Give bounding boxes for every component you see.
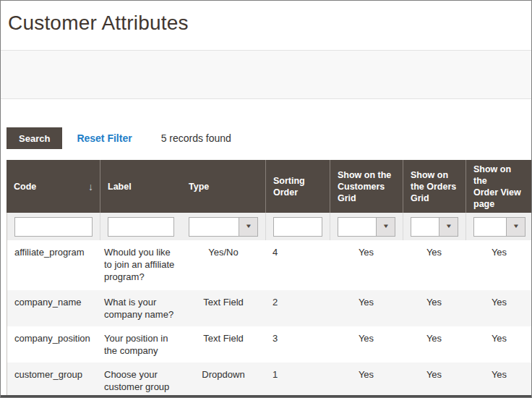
filter-select-show-orders-grid[interactable]: ▼ bbox=[411, 217, 458, 237]
grid-toolbar: Search Reset Filter 5 records found bbox=[7, 127, 524, 149]
filter-input-sorting-order[interactable] bbox=[273, 217, 322, 237]
table-row[interactable]: company_positionYour position in the com… bbox=[7, 326, 532, 363]
grid-filter-row: ▼▼▼▼ bbox=[7, 213, 532, 240]
grid-table: Code↓LabelTypeSorting OrderShow on the C… bbox=[7, 160, 532, 398]
filter-cell-code bbox=[7, 213, 100, 240]
attributes-grid: Code↓LabelTypeSorting OrderShow on the C… bbox=[7, 160, 531, 398]
dropdown-arrow-button[interactable]: ▼ bbox=[439, 218, 458, 236]
filter-select-value bbox=[474, 218, 506, 236]
cell-show-order-view: Yes bbox=[466, 363, 532, 398]
filter-cell-show-customers-grid: ▼ bbox=[330, 213, 403, 240]
column-header-label: Type bbox=[189, 181, 209, 192]
cell-show-order-view: Yes bbox=[466, 290, 532, 326]
column-header-label: Show on the Order View page bbox=[473, 164, 527, 210]
cell-sorting-order: 2 bbox=[265, 290, 330, 326]
cell-code: customer_group bbox=[7, 363, 100, 398]
dropdown-arrow-button[interactable]: ▼ bbox=[239, 218, 257, 236]
cell-show-customers-grid: Yes bbox=[330, 326, 403, 363]
customer-attributes-page: Customer Attributes Search Reset Filter … bbox=[0, 0, 532, 398]
cell-sorting-order: 1 bbox=[265, 363, 330, 398]
cell-type: Dropdown bbox=[181, 363, 265, 398]
filter-cell-sorting-order bbox=[265, 213, 330, 240]
cell-label: Your position in the company bbox=[100, 326, 181, 363]
cell-code: company_name bbox=[7, 290, 100, 326]
filter-input-label[interactable] bbox=[108, 217, 174, 237]
grid-header-row: Code↓LabelTypeSorting OrderShow on the C… bbox=[7, 160, 532, 213]
filter-select-value bbox=[338, 218, 376, 236]
page-title: Customer Attributes bbox=[8, 10, 524, 36]
header-panel bbox=[1, 50, 531, 99]
search-button[interactable]: Search bbox=[7, 127, 62, 149]
cell-show-orders-grid: Yes bbox=[403, 363, 466, 398]
cell-show-orders-grid: Yes bbox=[403, 326, 466, 363]
column-header-label: Show on the Orders Grid bbox=[411, 169, 456, 204]
cell-show-customers-grid: Yes bbox=[330, 240, 403, 290]
reset-filter-link[interactable]: Reset Filter bbox=[77, 132, 132, 144]
column-header-label: Label bbox=[108, 181, 132, 192]
dropdown-arrow-icon: ▼ bbox=[382, 224, 389, 229]
column-header-label[interactable]: Label bbox=[100, 160, 181, 213]
cell-show-orders-grid: Yes bbox=[403, 240, 466, 290]
cell-sorting-order: 4 bbox=[265, 240, 330, 290]
cell-label: Choose your customer group bbox=[100, 363, 181, 398]
dropdown-arrow-button[interactable]: ▼ bbox=[376, 218, 395, 236]
column-header-show-customers-grid[interactable]: Show on the Customers Grid bbox=[330, 160, 403, 213]
filter-select-value bbox=[189, 218, 239, 236]
dropdown-arrow-icon: ▼ bbox=[512, 224, 519, 229]
filter-select-show-order-view[interactable]: ▼ bbox=[473, 217, 525, 237]
cell-show-customers-grid: Yes bbox=[330, 363, 403, 398]
dropdown-arrow-icon: ▼ bbox=[244, 224, 252, 229]
column-header-show-orders-grid[interactable]: Show on the Orders Grid bbox=[403, 160, 466, 213]
filter-select-value bbox=[411, 218, 439, 236]
column-header-type[interactable]: Type bbox=[181, 160, 265, 213]
table-row[interactable]: affiliate_programWhould you like to join… bbox=[7, 240, 532, 290]
filter-cell-type: ▼ bbox=[181, 213, 265, 240]
column-header-label: Show on the Customers Grid bbox=[338, 169, 391, 204]
filter-cell-show-orders-grid: ▼ bbox=[403, 213, 466, 240]
cell-type: Text Field bbox=[181, 326, 265, 363]
table-row[interactable]: customer_groupChoose your customer group… bbox=[7, 363, 532, 398]
column-header-sorting-order[interactable]: Sorting Order bbox=[265, 160, 330, 213]
filter-select-type[interactable]: ▼ bbox=[189, 217, 258, 237]
bottom-border bbox=[1, 395, 531, 397]
column-header-show-order-view[interactable]: Show on the Order View page bbox=[466, 160, 532, 213]
cell-show-customers-grid: Yes bbox=[330, 290, 403, 326]
grid-body: affiliate_programWhould you like to join… bbox=[7, 240, 532, 398]
cell-label: Whould you like to join an affiliate pro… bbox=[100, 240, 181, 290]
column-header-code[interactable]: Code↓ bbox=[7, 160, 100, 213]
column-header-label: Sorting Order bbox=[273, 175, 305, 198]
cell-show-orders-grid: Yes bbox=[403, 290, 466, 326]
filter-input-code[interactable] bbox=[14, 217, 93, 237]
cell-show-order-view: Yes bbox=[466, 326, 532, 363]
cell-code: affiliate_program bbox=[7, 240, 100, 290]
sort-desc-icon: ↓ bbox=[88, 181, 93, 192]
column-header-label: Code bbox=[14, 181, 36, 192]
dropdown-arrow-button[interactable]: ▼ bbox=[506, 218, 525, 236]
cell-sorting-order: 3 bbox=[265, 326, 330, 363]
cell-label: What is your company name? bbox=[100, 290, 181, 326]
cell-type: Yes/No bbox=[181, 240, 265, 290]
dropdown-arrow-icon: ▼ bbox=[445, 224, 452, 229]
cell-code: company_position bbox=[7, 326, 100, 363]
records-found-text: 5 records found bbox=[161, 132, 231, 144]
filter-cell-label bbox=[100, 213, 181, 240]
filter-cell-show-order-view: ▼ bbox=[466, 213, 532, 240]
cell-type: Text Field bbox=[181, 290, 265, 326]
filter-select-show-customers-grid[interactable]: ▼ bbox=[338, 217, 395, 237]
table-row[interactable]: company_nameWhat is your company name?Te… bbox=[7, 290, 532, 326]
cell-show-order-view: Yes bbox=[466, 240, 532, 290]
